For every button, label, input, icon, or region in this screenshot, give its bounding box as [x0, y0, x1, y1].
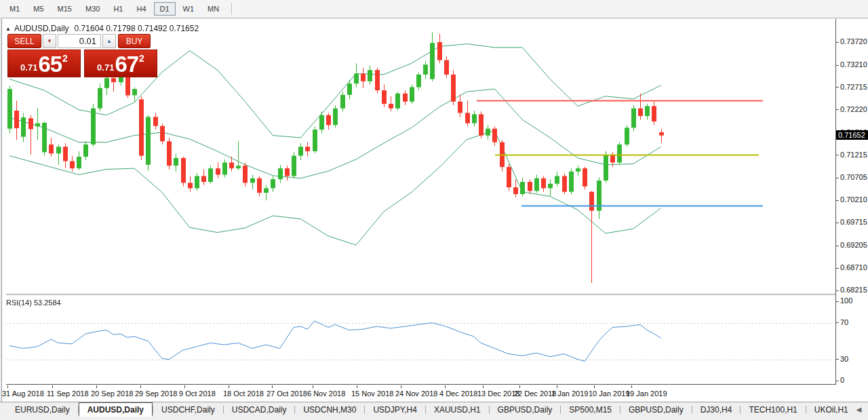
rsi-tick: 30 [836, 355, 848, 363]
tab-usdcad-daily[interactable]: USDCAD,Daily [224, 404, 295, 416]
tick-dash [836, 155, 839, 155]
date-label: 4 Dec 2018 [439, 389, 477, 398]
status-strip [0, 417, 868, 420]
buy-button[interactable]: BUY [118, 34, 151, 48]
price-tick-label: 0.73210 [840, 60, 867, 69]
date-tick [184, 385, 185, 388]
price-tick: 0.68215 [836, 286, 867, 294]
current-price-tag: 0.71652 [836, 130, 868, 140]
volume-field[interactable]: 0.01 [58, 34, 101, 48]
rsi-tick: 0 [836, 376, 844, 384]
sell-price-pip: 2 [62, 53, 68, 64]
tab-usdjpy-h4[interactable]: USDJPY,H4 [365, 404, 425, 416]
buy-quote-panel[interactable]: 0.71 67 2 [84, 50, 157, 77]
date-tick [594, 385, 595, 388]
toolbar-separator [231, 3, 233, 15]
date-label: 29 Sep 2018 [135, 389, 177, 398]
timeframe-button-MN[interactable]: MN [201, 2, 225, 16]
sell-quote-panel[interactable]: 0.71 65 2 [7, 50, 81, 77]
price-tick-label: 0.72220 [840, 105, 867, 113]
date-tick [631, 385, 632, 388]
chart-symbol-label: AUDUSD,Daily [14, 24, 69, 33]
date-label: 11 Sep 2018 [47, 389, 89, 398]
tick-dash [836, 87, 839, 88]
date-tick [483, 385, 484, 388]
date-label: 6 Nov 2018 [307, 389, 345, 398]
date-tick [229, 385, 229, 388]
rsi-tick: 100 [836, 297, 852, 305]
buy-price-main: 67 [115, 54, 138, 75]
chart-window: ▲AUDUSD,Daily0.71604 0.71798 0.71492 0.7… [1, 19, 868, 402]
timeframe-toolbar: M1M5M15M30H1H4D1W1MN [0, 0, 868, 18]
sell-price-prefix: 0.71 [20, 61, 37, 75]
chart-tab-bar: EURUSD,DailyAUDUSD,DailyUSDCHF,DailyUSDC… [0, 402, 868, 417]
tick-dash [836, 42, 839, 43]
tab-eurusd-daily[interactable]: EURUSD,Daily [7, 404, 78, 416]
timeframe-button-H4[interactable]: H4 [130, 2, 152, 16]
one-click-trade-panel: SELL ▼ 0.01 ▲ BUY 0.71 65 2 0.71 67 2 [7, 34, 157, 78]
price-tick-label: 0.69715 [840, 218, 867, 226]
date-axis: 31 Aug 201811 Sep 201820 Sep 201829 Sep … [2, 385, 836, 402]
date-tick [401, 385, 401, 388]
sell-price-main: 65 [38, 54, 62, 75]
timeframe-button-M30[interactable]: M30 [79, 2, 106, 16]
timeframe-button-H1[interactable]: H1 [107, 2, 129, 16]
date-label: 9 Oct 2018 [179, 389, 216, 398]
buy-price-prefix: 0.71 [97, 61, 114, 75]
date-tick [7, 385, 8, 388]
tab-xauusd-h1[interactable]: XAUUSD,H1 [426, 404, 489, 416]
tab-usdchf-daily[interactable]: USDCHF,Daily [153, 404, 223, 416]
tick-dash [836, 322, 839, 323]
tick-dash [836, 223, 839, 223]
volume-decrease-button[interactable]: ▼ [43, 34, 56, 48]
price-tick: 0.68710 [836, 263, 867, 271]
date-tick [313, 385, 313, 388]
tab-sp500-m15[interactable]: SP500,M15 [561, 404, 620, 416]
timeframe-button-M5[interactable]: M5 [27, 2, 50, 16]
timeframe-button-W1[interactable]: W1 [177, 2, 201, 16]
collapse-icon[interactable]: ▲ [5, 26, 11, 32]
rsi-tick-label: 70 [840, 318, 848, 326]
price-tick: 0.71215 [836, 151, 867, 159]
tab-usdcnh-m30[interactable]: USDCNH,M30 [295, 404, 364, 416]
tab-tech100-h1[interactable]: TECH100,H1 [741, 404, 805, 416]
timeframe-button-D1[interactable]: D1 [154, 2, 176, 16]
price-tick-label: 0.72715 [840, 83, 867, 91]
tick-dash [836, 178, 839, 178]
tab-audusd-daily[interactable]: AUDUSD,Daily [79, 402, 153, 417]
timeframe-button-M15[interactable]: M15 [52, 2, 78, 16]
tab-scroll-arrows: ◀ ▶ [856, 406, 868, 413]
sell-button[interactable]: SELL [7, 34, 41, 48]
tick-dash [836, 246, 839, 246]
date-tick [52, 385, 53, 388]
chevron-up-icon: ▲ [106, 38, 112, 44]
tab-gbpusd-daily[interactable]: GBPUSD,Daily [490, 404, 561, 416]
date-tick [519, 385, 520, 388]
chevron-down-icon: ▼ [47, 38, 52, 44]
price-tick: 0.73720 [836, 37, 867, 45]
date-label: 22 Dec 2018 [514, 389, 556, 398]
date-label: 31 Aug 2018 [2, 389, 44, 398]
date-label: 1 Jan 2019 [551, 389, 588, 398]
volume-increase-button[interactable]: ▲ [102, 34, 116, 48]
price-tick: 0.73210 [836, 60, 867, 69]
tick-dash [836, 301, 839, 302]
price-tick-label: 0.68710 [840, 263, 867, 271]
price-tick: 0.69205 [836, 241, 867, 249]
date-label: 19 Jan 2019 [626, 389, 667, 398]
date-label: 18 Oct 2018 [223, 389, 264, 398]
tab-ukoil-h1[interactable]: UKOil,H1 [806, 404, 856, 416]
tick-dash [836, 65, 839, 66]
rsi-tick-label: 30 [840, 355, 848, 363]
price-tick: 0.69715 [836, 218, 867, 226]
timeframe-button-M1[interactable]: M1 [3, 2, 26, 16]
tab-dj30-h4[interactable]: DJ30,H4 [692, 404, 741, 416]
price-tick-label: 0.70210 [840, 195, 867, 204]
date-tick [272, 385, 273, 388]
chart-title: ▲AUDUSD,Daily0.71604 0.71798 0.71492 0.7… [5, 24, 199, 33]
rsi-indicator-label: RSI(14) 53.2584 [6, 299, 61, 307]
date-label: 24 Nov 2018 [395, 389, 437, 398]
tick-dash [836, 268, 839, 269]
tab-scroll-left-icon[interactable]: ◀ [856, 406, 862, 413]
tab-gbpusd-daily[interactable]: GBPUSD,Daily [620, 404, 692, 416]
